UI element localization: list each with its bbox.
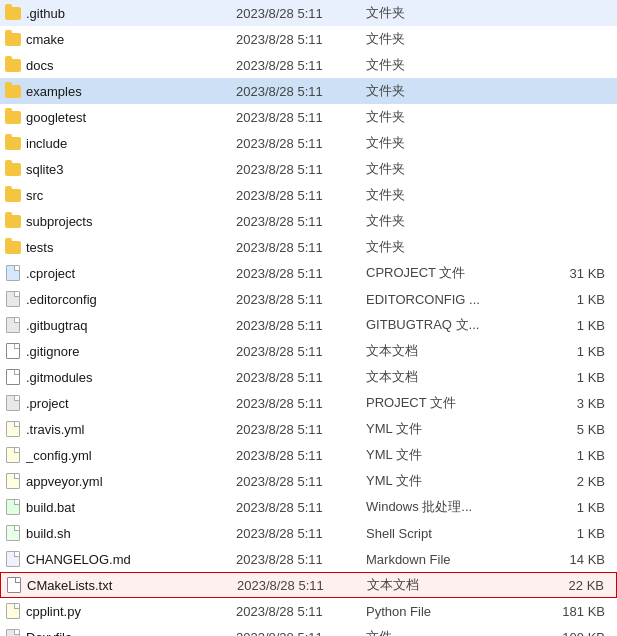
file-type: 文件夹 bbox=[356, 56, 516, 74]
file-name: .project bbox=[26, 396, 226, 411]
list-item[interactable]: examples 2023/8/28 5:11 文件夹 bbox=[0, 78, 617, 104]
file-date: 2023/8/28 5:11 bbox=[226, 84, 356, 99]
file-date: 2023/8/28 5:11 bbox=[226, 552, 356, 567]
file-type: 文件夹 bbox=[356, 134, 516, 152]
file-size: 1 KB bbox=[516, 370, 613, 385]
list-item[interactable]: .github 2023/8/28 5:11 文件夹 bbox=[0, 0, 617, 26]
folder-icon bbox=[4, 213, 22, 229]
file-size: 1 KB bbox=[516, 292, 613, 307]
file-icon bbox=[4, 291, 22, 307]
file-type: 文件夹 bbox=[356, 4, 516, 22]
list-item[interactable]: .cproject 2023/8/28 5:11 CPROJECT 文件 31 … bbox=[0, 260, 617, 286]
list-item[interactable]: appveyor.yml 2023/8/28 5:11 YML 文件 2 KB bbox=[0, 468, 617, 494]
list-item[interactable]: .editorconfig 2023/8/28 5:11 EDITORCONFI… bbox=[0, 286, 617, 312]
list-item[interactable]: docs 2023/8/28 5:11 文件夹 bbox=[0, 52, 617, 78]
file-size: 109 KB bbox=[516, 630, 613, 637]
file-type: 文本文档 bbox=[356, 342, 516, 360]
file-icon bbox=[4, 525, 22, 541]
file-icon bbox=[4, 265, 22, 281]
file-name: googletest bbox=[26, 110, 226, 125]
file-date: 2023/8/28 5:11 bbox=[226, 604, 356, 619]
file-type: Python File bbox=[356, 604, 516, 619]
file-date: 2023/8/28 5:11 bbox=[226, 6, 356, 21]
file-type: YML 文件 bbox=[356, 446, 516, 464]
file-icon bbox=[4, 499, 22, 515]
file-size: 1 KB bbox=[516, 448, 613, 463]
file-date: 2023/8/28 5:11 bbox=[226, 240, 356, 255]
file-name: _config.yml bbox=[26, 448, 226, 463]
file-size: 1 KB bbox=[516, 344, 613, 359]
folder-icon bbox=[4, 5, 22, 21]
list-item[interactable]: .travis.yml 2023/8/28 5:11 YML 文件 5 KB bbox=[0, 416, 617, 442]
file-date: 2023/8/28 5:11 bbox=[226, 318, 356, 333]
list-item[interactable]: .gitignore 2023/8/28 5:11 文本文档 1 KB bbox=[0, 338, 617, 364]
list-item[interactable]: .gitmodules 2023/8/28 5:11 文本文档 1 KB bbox=[0, 364, 617, 390]
list-item[interactable]: CMakeLists.txt 2023/8/28 5:11 文本文档 22 KB bbox=[0, 572, 617, 598]
file-size: 22 KB bbox=[517, 578, 612, 593]
file-type: CPROJECT 文件 bbox=[356, 264, 516, 282]
list-item[interactable]: include 2023/8/28 5:11 文件夹 bbox=[0, 130, 617, 156]
file-name: .gitignore bbox=[26, 344, 226, 359]
file-type: GITBUGTRAQ 文... bbox=[356, 316, 516, 334]
file-size: 5 KB bbox=[516, 422, 613, 437]
file-date: 2023/8/28 5:11 bbox=[226, 266, 356, 281]
list-item[interactable]: sqlite3 2023/8/28 5:11 文件夹 bbox=[0, 156, 617, 182]
file-name: CHANGELOG.md bbox=[26, 552, 226, 567]
file-name: include bbox=[26, 136, 226, 151]
file-type: PROJECT 文件 bbox=[356, 394, 516, 412]
folder-icon bbox=[4, 109, 22, 125]
file-date: 2023/8/28 5:11 bbox=[226, 292, 356, 307]
list-item[interactable]: subprojects 2023/8/28 5:11 文件夹 bbox=[0, 208, 617, 234]
file-size: 1 KB bbox=[516, 500, 613, 515]
file-date: 2023/8/28 5:11 bbox=[226, 474, 356, 489]
file-name: src bbox=[26, 188, 226, 203]
folder-icon bbox=[4, 57, 22, 73]
list-item[interactable]: .project 2023/8/28 5:11 PROJECT 文件 3 KB bbox=[0, 390, 617, 416]
file-name: .github bbox=[26, 6, 226, 21]
file-name: build.sh bbox=[26, 526, 226, 541]
list-item[interactable]: build.bat 2023/8/28 5:11 Windows 批处理... … bbox=[0, 494, 617, 520]
file-size: 14 KB bbox=[516, 552, 613, 567]
list-item[interactable]: Doxyfile 2023/8/28 5:11 文件 109 KB bbox=[0, 624, 617, 636]
file-date: 2023/8/28 5:11 bbox=[226, 370, 356, 385]
file-size: 1 KB bbox=[516, 318, 613, 333]
file-date: 2023/8/28 5:11 bbox=[226, 422, 356, 437]
file-icon bbox=[4, 317, 22, 333]
file-date: 2023/8/28 5:11 bbox=[226, 448, 356, 463]
list-item[interactable]: cmake 2023/8/28 5:11 文件夹 bbox=[0, 26, 617, 52]
list-item[interactable]: _config.yml 2023/8/28 5:11 YML 文件 1 KB bbox=[0, 442, 617, 468]
list-item[interactable]: cpplint.py 2023/8/28 5:11 Python File 18… bbox=[0, 598, 617, 624]
file-type: Shell Script bbox=[356, 526, 516, 541]
list-item[interactable]: CHANGELOG.md 2023/8/28 5:11 Markdown Fil… bbox=[0, 546, 617, 572]
file-size: 31 KB bbox=[516, 266, 613, 281]
file-name: docs bbox=[26, 58, 226, 73]
folder-icon bbox=[4, 83, 22, 99]
file-date: 2023/8/28 5:11 bbox=[226, 526, 356, 541]
file-type: 文本文档 bbox=[357, 576, 517, 594]
file-type: Markdown File bbox=[356, 552, 516, 567]
list-item[interactable]: src 2023/8/28 5:11 文件夹 bbox=[0, 182, 617, 208]
file-type: 文件夹 bbox=[356, 186, 516, 204]
file-icon bbox=[4, 629, 22, 636]
file-date: 2023/8/28 5:11 bbox=[226, 136, 356, 151]
file-date: 2023/8/28 5:11 bbox=[226, 110, 356, 125]
file-type: 文件夹 bbox=[356, 82, 516, 100]
list-item[interactable]: build.sh 2023/8/28 5:11 Shell Script 1 K… bbox=[0, 520, 617, 546]
file-icon bbox=[4, 447, 22, 463]
list-item[interactable]: tests 2023/8/28 5:11 文件夹 bbox=[0, 234, 617, 260]
file-size: 1 KB bbox=[516, 526, 613, 541]
list-item[interactable]: .gitbugtraq 2023/8/28 5:11 GITBUGTRAQ 文.… bbox=[0, 312, 617, 338]
list-item[interactable]: googletest 2023/8/28 5:11 文件夹 bbox=[0, 104, 617, 130]
file-date: 2023/8/28 5:11 bbox=[226, 58, 356, 73]
file-name: cmake bbox=[26, 32, 226, 47]
file-type: 文本文档 bbox=[356, 368, 516, 386]
file-name: CMakeLists.txt bbox=[27, 578, 227, 593]
file-type: YML 文件 bbox=[356, 472, 516, 490]
file-date: 2023/8/28 5:11 bbox=[226, 344, 356, 359]
file-type: EDITORCONFIG ... bbox=[356, 292, 516, 307]
file-type: 文件夹 bbox=[356, 238, 516, 256]
folder-icon bbox=[4, 187, 22, 203]
file-name: tests bbox=[26, 240, 226, 255]
file-icon bbox=[4, 421, 22, 437]
file-name: sqlite3 bbox=[26, 162, 226, 177]
